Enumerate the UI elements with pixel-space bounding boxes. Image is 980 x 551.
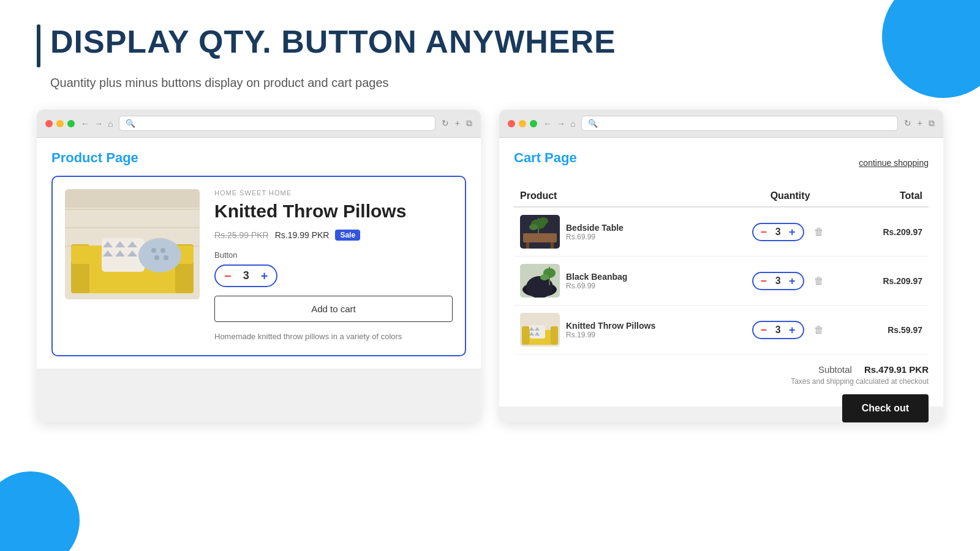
new-tab-icon[interactable]: + xyxy=(455,118,460,129)
svg-point-18 xyxy=(151,248,156,253)
cart-item-info-2: Knitted Throw Pillows Rs.19.99 xyxy=(520,313,720,347)
cart-browser-nav: ← → ⌂ xyxy=(543,119,575,129)
cart-refresh-icon[interactable]: ↻ xyxy=(904,118,911,129)
qty-plus-btn[interactable]: + xyxy=(261,270,268,282)
cart-item-text-2: Knitted Throw Pillows Rs.19.99 xyxy=(566,321,655,339)
cart-qty-minus-0[interactable]: − xyxy=(761,227,767,238)
price-new: Rs.19.99 PKR xyxy=(275,230,330,240)
dot-red[interactable] xyxy=(45,120,53,127)
product-details: HOME SWEET HOME Knitted Throw Pillows Rs… xyxy=(214,189,453,343)
window-icon[interactable]: ⧉ xyxy=(466,118,472,129)
svg-rect-1 xyxy=(65,189,200,208)
table-row: Bedside Table Rs.69.99 − 3 + 🗑 Rs.209.97 xyxy=(514,207,929,257)
cart-header-row: Cart Page continue shopping xyxy=(514,150,929,176)
cart-qty-value-2: 3 xyxy=(773,324,783,335)
cart-page-window: ← → ⌂ 🔍 ↻ + ⧉ Cart Page continue shoppin… xyxy=(499,110,943,422)
search-icon: 🔍 xyxy=(126,119,135,128)
cart-item-total-0: Rs.209.97 xyxy=(854,207,929,257)
sale-badge: Sale xyxy=(335,230,360,241)
svg-point-29 xyxy=(538,217,548,225)
col-total: Total xyxy=(854,186,929,207)
cart-item-name-2: Knitted Throw Pillows xyxy=(566,321,655,331)
cart-qty-stepper-1[interactable]: − 3 + xyxy=(752,272,804,290)
cart-qty-minus-1[interactable]: − xyxy=(761,276,767,287)
page-subtitle: Quantity plus minus buttons display on p… xyxy=(50,76,943,90)
cart-qty-plus-1[interactable]: + xyxy=(789,276,796,287)
cart-item-price-0: Rs.69.99 xyxy=(566,233,624,241)
cart-qty-col-1: − 3 + 🗑 xyxy=(733,272,848,290)
tax-note: Taxes and shipping calculated at checkou… xyxy=(514,377,929,386)
browser-nav: ← → ⌂ xyxy=(81,119,113,129)
cart-item-1: Black Beanbag Rs.69.99 xyxy=(514,257,726,305)
cart-dot-yellow[interactable] xyxy=(519,120,526,127)
table-row: Black Beanbag Rs.69.99 − 3 + 🗑 Rs.209.97 xyxy=(514,257,929,305)
cart-item-name-1: Black Beanbag xyxy=(566,272,627,282)
col-quantity: Quantity xyxy=(726,186,854,207)
cart-browser-search-bar[interactable]: 🔍 xyxy=(581,116,897,131)
cart-browser-actions: ↻ + ⧉ xyxy=(904,118,935,129)
cart-item-img-2 xyxy=(520,313,560,347)
svg-point-21 xyxy=(164,255,168,260)
cart-page-label: Cart Page xyxy=(514,150,577,166)
cart-delete-icon-1[interactable]: 🗑 xyxy=(809,276,829,287)
continue-shopping-link[interactable]: continue shopping xyxy=(859,158,929,168)
product-browser-body: Product Page xyxy=(37,138,481,369)
product-browser-toolbar: ← → ⌂ 🔍 ↻ + ⧉ xyxy=(37,110,481,138)
product-name: Knitted Throw Pillows xyxy=(214,200,453,222)
browser-search-bar[interactable]: 🔍 xyxy=(119,116,435,131)
subtotal-row: Subtotal Rs.479.91 PKR xyxy=(514,364,929,375)
nav-home[interactable]: ⌂ xyxy=(108,119,113,129)
qty-value: 3 xyxy=(240,269,252,282)
cart-item-img-0 xyxy=(520,215,560,249)
windows-container: ← → ⌂ 🔍 ↻ + ⧉ Product Page xyxy=(37,110,943,422)
svg-rect-3 xyxy=(65,227,200,228)
browser-actions: ↻ + ⧉ xyxy=(442,118,472,129)
cart-delete-icon-0[interactable]: 🗑 xyxy=(809,227,829,238)
cart-qty-minus-2[interactable]: − xyxy=(761,324,767,335)
subtotal-label: Subtotal xyxy=(818,364,852,375)
dot-green[interactable] xyxy=(67,120,75,127)
price-old: Rs.25.99 PKR xyxy=(214,230,269,240)
cart-browser-toolbar: ← → ⌂ 🔍 ↻ + ⧉ xyxy=(499,110,943,138)
cart-qty-plus-0[interactable]: + xyxy=(789,227,796,238)
cart-nav-forward[interactable]: → xyxy=(557,119,565,129)
svg-rect-40 xyxy=(530,325,545,339)
svg-rect-25 xyxy=(551,242,554,249)
product-image xyxy=(65,189,200,299)
cart-delete-icon-2[interactable]: 🗑 xyxy=(809,324,829,335)
page-title: DISPLAY QTY. BUTTON ANYWHERE xyxy=(50,24,616,59)
cart-table: Product Quantity Total xyxy=(514,186,929,354)
cart-item-2: Knitted Throw Pillows Rs.19.99 xyxy=(514,305,726,354)
cart-qty-plus-2[interactable]: + xyxy=(789,324,796,335)
page-header: DISPLAY QTY. BUTTON ANYWHERE xyxy=(37,24,943,67)
table-row: Knitted Throw Pillows Rs.19.99 − 3 + 🗑 R… xyxy=(514,305,929,354)
svg-point-35 xyxy=(540,274,549,280)
cart-item-total-1: Rs.209.97 xyxy=(854,257,929,305)
nav-forward[interactable]: → xyxy=(94,119,103,129)
cart-new-tab-icon[interactable]: + xyxy=(918,118,922,129)
checkout-button[interactable]: Check out xyxy=(842,394,929,422)
cart-nav-back[interactable]: ← xyxy=(543,119,552,129)
deco-circle-bottom-left xyxy=(0,471,80,551)
cart-qty-value-1: 3 xyxy=(773,276,783,287)
svg-rect-24 xyxy=(526,242,529,249)
cart-qty-stepper-0[interactable]: − 3 + xyxy=(752,223,804,241)
nav-back[interactable]: ← xyxy=(81,119,89,129)
dot-yellow[interactable] xyxy=(56,120,64,127)
cart-nav-home[interactable]: ⌂ xyxy=(570,119,575,129)
qty-minus-btn[interactable]: − xyxy=(224,270,232,282)
add-to-cart-button[interactable]: Add to cart xyxy=(214,296,453,322)
cart-dot-red[interactable] xyxy=(508,120,515,127)
cart-qty-col-2: − 3 + 🗑 xyxy=(733,321,848,339)
svg-rect-23 xyxy=(523,233,557,242)
refresh-icon[interactable]: ↻ xyxy=(442,118,449,129)
qty-stepper[interactable]: − 3 + xyxy=(214,264,277,287)
cart-window-icon[interactable]: ⧉ xyxy=(929,118,935,129)
svg-rect-39 xyxy=(551,326,558,345)
cart-dot-green[interactable] xyxy=(530,120,537,127)
cart-item-name-0: Bedside Table xyxy=(566,223,624,233)
header-accent-bar xyxy=(37,24,40,67)
cart-qty-stepper-2[interactable]: − 3 + xyxy=(752,321,804,339)
svg-rect-2 xyxy=(65,209,200,210)
product-brand: HOME SWEET HOME xyxy=(214,189,453,197)
